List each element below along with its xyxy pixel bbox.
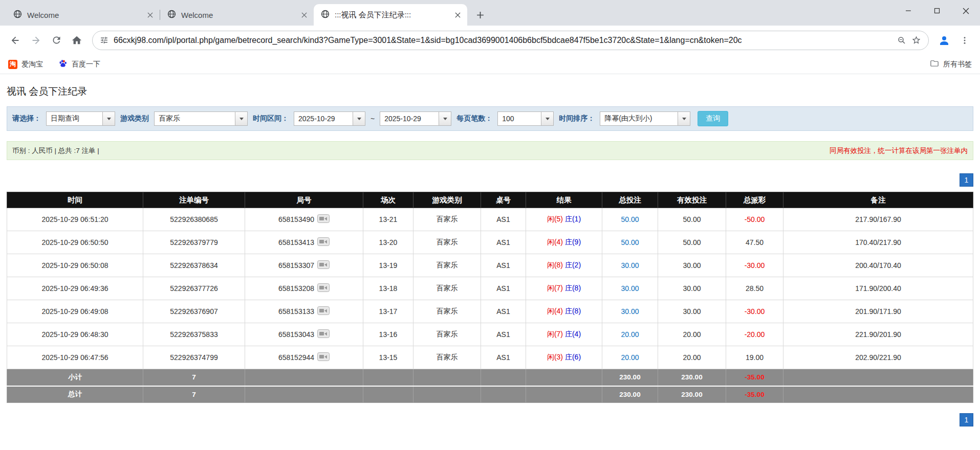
tab-welcome-2[interactable]: Welcome (160, 4, 314, 26)
date-to-input[interactable]: 2025-10-29 (380, 111, 451, 126)
zoom-icon[interactable] (897, 36, 906, 45)
cell-valid-bet: 30.00 (658, 300, 726, 323)
chevron-down-icon[interactable] (102, 112, 115, 125)
cell-total-bet[interactable]: 20.00 (602, 346, 658, 369)
empty-cell (526, 386, 602, 403)
cell-result: 闲(7) 庄(8) (526, 277, 602, 300)
cell-table-no: AS1 (481, 208, 526, 231)
game-type-select[interactable]: 百家乐 (154, 111, 248, 126)
address-bar[interactable]: 66cxkj98.com/ipl/portal.php/game/betreco… (92, 31, 929, 50)
column-header: 总投注 (602, 192, 658, 208)
home-button[interactable] (67, 30, 87, 51)
empty-cell (363, 369, 413, 386)
round-video-icon[interactable] (317, 283, 330, 294)
bookmark-star-icon[interactable] (911, 35, 921, 45)
close-icon[interactable] (298, 9, 310, 20)
maximize-button[interactable] (923, 0, 951, 21)
query-type-select[interactable]: 日期查询 (46, 111, 115, 126)
cell-bet-id: 522926377726 (143, 277, 245, 300)
time-range-label: 时间区间： (253, 114, 289, 123)
table-row: 2025-10-29 06:50:08 522926378634 6581533… (7, 254, 973, 277)
tab-welcome-1[interactable]: Welcome (6, 4, 160, 26)
forward-button[interactable] (26, 30, 46, 51)
chevron-down-icon[interactable] (439, 112, 451, 125)
cell-session: 13-18 (363, 277, 413, 300)
url-text[interactable]: 66cxkj98.com/ipl/portal.php/game/betreco… (114, 36, 892, 45)
cell-note: 221.90/201.90 (783, 323, 973, 346)
round-video-icon[interactable] (317, 237, 330, 248)
cell-payout: -50.00 (726, 208, 783, 231)
folder-icon (930, 59, 939, 70)
cell-table-no: AS1 (481, 300, 526, 323)
cell-total-bet[interactable]: 30.00 (602, 277, 658, 300)
date-from-input[interactable]: 2025-10-29 (294, 111, 365, 126)
cell-total-bet[interactable]: 50.00 (602, 231, 658, 254)
cell-result: 闲(4) 庄(8) (526, 300, 602, 323)
sort-value: 降幂(由大到小) (600, 112, 678, 125)
close-window-button[interactable] (951, 0, 980, 21)
chevron-down-icon[interactable] (353, 112, 365, 125)
sort-select[interactable]: 降幂(由大到小) (600, 111, 690, 126)
cell-round: 658152944 (245, 346, 363, 369)
per-page-select[interactable]: 100 (497, 111, 554, 126)
close-icon[interactable] (452, 9, 463, 20)
tab-bet-records-active[interactable]: :::视讯 会员下注纪录::: (314, 4, 467, 26)
new-tab-button[interactable] (472, 7, 488, 22)
cell-total-bet[interactable]: 30.00 (602, 300, 658, 323)
round-video-icon[interactable] (317, 260, 330, 271)
cell-total-bet[interactable]: 30.00 (602, 254, 658, 277)
all-bookmarks[interactable]: 所有书签 (930, 59, 972, 70)
back-button[interactable] (5, 30, 26, 51)
minimize-button[interactable] (894, 0, 923, 21)
bookmark-baidu[interactable]: 百度一下 (58, 59, 100, 70)
empty-cell (363, 386, 413, 403)
chevron-down-icon[interactable] (235, 112, 247, 125)
total-count: 7 (143, 386, 245, 403)
round-video-icon[interactable] (317, 214, 330, 224)
cell-total-bet[interactable]: 20.00 (602, 323, 658, 346)
column-header: 桌号 (481, 192, 526, 208)
table-row: 2025-10-29 06:47:56 522926374799 6581529… (7, 346, 973, 369)
menu-icon[interactable] (954, 30, 975, 51)
game-type-label: 游戏类别 (120, 114, 149, 123)
cell-game-type: 百家乐 (413, 208, 481, 231)
cell-valid-bet: 30.00 (658, 254, 726, 277)
cell-note: 201.90/171.90 (783, 300, 973, 323)
browser-toolbar: 66cxkj98.com/ipl/portal.php/game/betreco… (0, 26, 980, 55)
column-header: 游戏类别 (413, 192, 481, 208)
table-row: 2025-10-29 06:51:20 522926380685 6581534… (7, 208, 973, 231)
pagination-page-1[interactable]: 1 (960, 413, 973, 426)
cell-time: 2025-10-29 06:51:20 (7, 208, 143, 231)
search-button[interactable]: 查询 (698, 111, 728, 126)
chevron-down-icon[interactable] (678, 112, 690, 125)
close-icon[interactable] (144, 9, 156, 20)
valid-bet-notice: 同局有效投注，统一计算在该局第一张注单内 (830, 146, 968, 155)
round-video-icon[interactable] (317, 306, 330, 317)
site-info-icon[interactable] (100, 36, 108, 44)
empty-cell (481, 386, 526, 403)
cell-time: 2025-10-29 06:47:56 (7, 346, 143, 369)
cell-bet-id: 522926376907 (143, 300, 245, 323)
globe-icon (321, 10, 330, 20)
subtotal-valid-bet: 230.00 (658, 369, 726, 386)
pagination-page-1[interactable]: 1 (960, 173, 973, 187)
column-header: 备注 (783, 192, 973, 208)
empty-cell (783, 369, 973, 386)
profile-avatar[interactable] (934, 30, 954, 51)
chevron-down-icon[interactable] (541, 112, 553, 125)
tab-title: Welcome (27, 11, 139, 19)
cell-valid-bet: 50.00 (658, 231, 726, 254)
cell-total-bet[interactable]: 50.00 (602, 208, 658, 231)
column-header: 结果 (526, 192, 602, 208)
subtotal-label: 小计 (7, 369, 143, 386)
bookmark-taobao[interactable]: 淘 爱淘宝 (8, 60, 43, 69)
cell-table-no: AS1 (481, 254, 526, 277)
refresh-button[interactable] (46, 30, 67, 51)
taobao-icon: 淘 (8, 60, 17, 69)
cell-result: 闲(8) 庄(2) (526, 254, 602, 277)
cell-game-type: 百家乐 (413, 231, 481, 254)
round-video-icon[interactable] (317, 352, 330, 363)
cell-table-no: AS1 (481, 231, 526, 254)
cell-session: 13-17 (363, 300, 413, 323)
round-video-icon[interactable] (317, 329, 330, 340)
